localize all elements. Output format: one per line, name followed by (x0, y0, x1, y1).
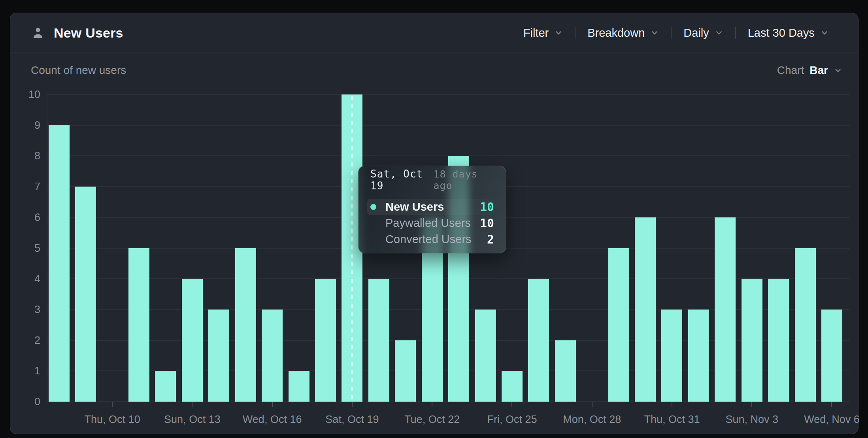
x-axis-tick (112, 402, 113, 407)
tooltip-row-new-users: New Users 10 (367, 199, 494, 215)
bar-sun-oct-20[interactable] (368, 279, 389, 402)
y-axis-label: 0 (10, 396, 40, 408)
bar-tue-oct-29[interactable] (608, 248, 629, 402)
hover-dashed-line (351, 96, 353, 402)
bar-tue-oct-8[interactable] (49, 125, 70, 402)
bar-mon-oct-14[interactable] (208, 310, 229, 402)
tooltip-row-value: 10 (480, 216, 494, 230)
bar-sat-oct-12[interactable] (155, 371, 176, 402)
new-users-panel: New Users Filter Breakdown Daily Last 30… (10, 13, 859, 434)
x-axis-tick (352, 402, 353, 407)
y-axis-label: 4 (10, 273, 40, 285)
x-axis-tick (831, 402, 832, 407)
tooltip-row-label: New Users (385, 200, 480, 213)
y-axis-line (47, 94, 47, 402)
tooltip-row-converted-users: Converted Users 2 (367, 231, 494, 247)
x-axis-label: Wed, Nov 6 (780, 413, 868, 426)
x-axis-tick (192, 402, 192, 407)
x-axis-tick (751, 402, 752, 407)
y-axis-label: 10 (10, 89, 40, 101)
y-axis-label: 7 (10, 181, 40, 193)
bar-sun-oct-13[interactable] (182, 279, 203, 402)
bar-mon-oct-21[interactable] (395, 340, 416, 402)
bar-sat-oct-26[interactable] (528, 279, 549, 402)
series-dot-icon (370, 204, 376, 210)
bar-wed-oct-9[interactable] (75, 187, 96, 402)
bar-thu-oct-24[interactable] (475, 310, 496, 402)
bar-fri-oct-25[interactable] (502, 371, 523, 402)
y-axis-label: 6 (10, 211, 40, 223)
tooltip-row-label: Paywalled Users (385, 217, 480, 230)
bar-fri-oct-18[interactable] (315, 279, 336, 402)
tooltip-row-label: Converted Users (385, 233, 487, 246)
bar-fri-nov-1[interactable] (688, 310, 709, 402)
bar-tue-oct-15[interactable] (235, 248, 256, 402)
y-axis-label: 3 (10, 303, 40, 315)
tooltip-row-value: 10 (480, 200, 494, 214)
tooltip-date: Sat, Oct 19 (370, 168, 433, 192)
series-dot-col (370, 204, 385, 210)
x-axis-tick (672, 402, 672, 407)
x-axis-tick (272, 402, 273, 407)
gridline (47, 94, 850, 95)
gridline (47, 125, 850, 126)
tooltip-row-paywalled-users: Paywalled Users 10 (367, 215, 494, 231)
bar-sun-nov-3[interactable] (742, 279, 762, 402)
y-axis-label: 5 (10, 242, 40, 254)
chart-tooltip: Sat, Oct 19 18 days ago New Users 10 Pay… (358, 166, 506, 253)
tooltip-header: Sat, Oct 19 18 days ago (359, 166, 506, 194)
x-axis-tick (432, 402, 432, 407)
bar-fri-oct-11[interactable] (128, 248, 149, 402)
x-axis-tick (511, 402, 512, 407)
x-axis-tick (592, 402, 593, 407)
bar-thu-oct-17[interactable] (289, 371, 309, 402)
y-axis-label: 9 (10, 119, 40, 131)
bar-thu-oct-31[interactable] (661, 310, 682, 402)
y-axis-label: 2 (10, 334, 40, 346)
tooltip-relative-time: 18 days ago (433, 168, 494, 191)
bar-sat-nov-2[interactable] (715, 217, 736, 402)
bar-sun-oct-27[interactable] (555, 340, 576, 402)
tooltip-rows: New Users 10 Paywalled Users 10 Converte… (359, 194, 506, 253)
bar-wed-oct-30[interactable] (635, 217, 656, 402)
bar-wed-nov-6[interactable] (821, 310, 842, 402)
y-axis-label: 1 (10, 365, 40, 377)
bar-wed-oct-16[interactable] (262, 310, 283, 402)
bar-mon-nov-4[interactable] (768, 279, 789, 402)
tooltip-row-value: 2 (487, 232, 494, 246)
bar-tue-nov-5[interactable] (795, 248, 816, 402)
y-axis-label: 8 (10, 150, 40, 162)
